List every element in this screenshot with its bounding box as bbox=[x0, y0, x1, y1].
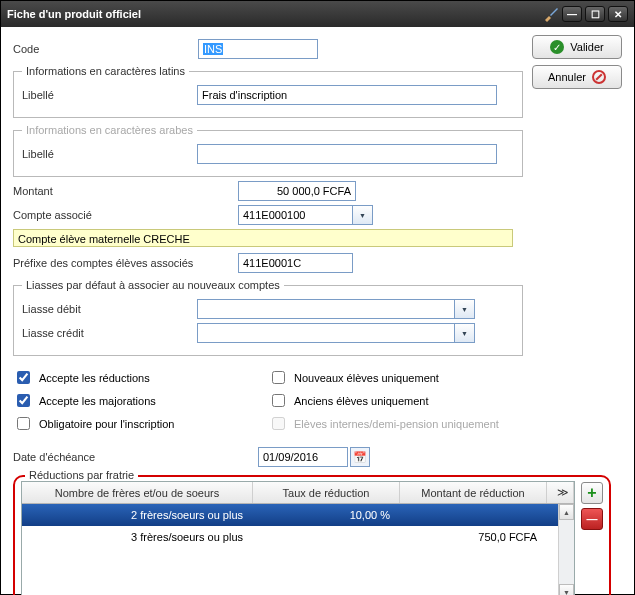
compte-label: Compte associé bbox=[13, 209, 238, 221]
scroll-track[interactable] bbox=[559, 520, 574, 584]
validate-button[interactable]: ✓ Valider bbox=[532, 35, 622, 59]
check-obligatoire-box[interactable] bbox=[17, 417, 30, 430]
check-majorations-label: Accepte les majorations bbox=[39, 395, 156, 407]
grid-side-buttons: + — bbox=[581, 481, 603, 595]
grid-header: Nombre de frères et/ou de soeurs Taux de… bbox=[22, 482, 574, 504]
validate-label: Valider bbox=[570, 41, 603, 53]
grid-col2[interactable]: Taux de réduction bbox=[253, 482, 400, 503]
liasse-debit-label: Liasse débit bbox=[22, 303, 197, 315]
grid-scrollbar[interactable]: ▲ ▼ bbox=[558, 504, 574, 595]
arab-legend: Informations en caractères arabes bbox=[22, 124, 197, 136]
check-majorations-box[interactable] bbox=[17, 394, 30, 407]
cell-label: 3 frères/soeurs ou plus bbox=[22, 526, 253, 548]
liasse-credit-input[interactable] bbox=[197, 323, 455, 343]
check-nouveaux[interactable]: Nouveaux élèves uniquement bbox=[268, 368, 523, 387]
form-area: Code INS Informations en caractères lati… bbox=[13, 39, 523, 467]
fratrie-frame: Réductions par fratrie Nombre de frères … bbox=[13, 475, 611, 595]
fratrie-grid: Nombre de frères et/ou de soeurs Taux de… bbox=[21, 481, 575, 595]
code-row: Code INS bbox=[13, 39, 523, 59]
grid-body: 2 frères/soeurs ou plus10,00 %3 frères/s… bbox=[22, 504, 558, 595]
check-obligatoire-label: Obligatoire pour l'inscription bbox=[39, 418, 174, 430]
montant-input[interactable] bbox=[238, 181, 356, 201]
scroll-up-button[interactable]: ▲ bbox=[559, 504, 574, 520]
cell-montant bbox=[400, 504, 547, 526]
add-row-button[interactable]: + bbox=[581, 482, 603, 504]
cancel-button[interactable]: Annuler bbox=[532, 65, 622, 89]
action-buttons: ✓ Valider Annuler bbox=[532, 35, 622, 95]
code-label: Code bbox=[13, 43, 198, 55]
code-input[interactable]: INS bbox=[198, 39, 318, 59]
liasses-legend: Liasses par défaut à associer au nouveau… bbox=[22, 279, 284, 291]
liasse-credit-dropdown-button[interactable]: ▼ bbox=[455, 323, 475, 343]
fratrie-title: Réductions par fratrie bbox=[25, 469, 138, 481]
cell-label: 2 frères/soeurs ou plus bbox=[22, 504, 253, 526]
maximize-button[interactable]: ☐ bbox=[585, 6, 605, 22]
liasse-credit-label: Liasse crédit bbox=[22, 327, 197, 339]
check-internes-box bbox=[272, 417, 285, 430]
scroll-down-button[interactable]: ▼ bbox=[559, 584, 574, 595]
libelle-ar-label: Libellé bbox=[22, 148, 197, 160]
close-button[interactable]: ✕ bbox=[608, 6, 628, 22]
grid-col1[interactable]: Nombre de frères et/ou de soeurs bbox=[22, 482, 253, 503]
check-nouveaux-label: Nouveaux élèves uniquement bbox=[294, 372, 439, 384]
check-internes: Elèves internes/demi-pension uniquement bbox=[268, 414, 523, 433]
grid-col3[interactable]: Montant de réduction bbox=[400, 482, 547, 503]
check-reductions-label: Accepte les réductions bbox=[39, 372, 150, 384]
check-obligatoire[interactable]: Obligatoire pour l'inscription bbox=[13, 414, 268, 433]
liasse-debit-input[interactable] bbox=[197, 299, 455, 319]
date-input[interactable] bbox=[258, 447, 348, 467]
check-reductions-box[interactable] bbox=[17, 371, 30, 384]
calendar-icon: 📅 bbox=[353, 451, 367, 464]
liasses-fieldset: Liasses par défaut à associer au nouveau… bbox=[13, 279, 523, 356]
check-reductions[interactable]: Accepte les réductions bbox=[13, 368, 268, 387]
cell-montant: 750,0 FCFA bbox=[400, 526, 547, 548]
prefix-label: Préfixe des comptes élèves associés bbox=[13, 257, 238, 269]
libelle-label: Libellé bbox=[22, 89, 197, 101]
brush-icon bbox=[543, 6, 559, 22]
minimize-button[interactable]: — bbox=[562, 6, 582, 22]
check-anciens[interactable]: Anciens élèves uniquement bbox=[268, 391, 523, 410]
window-title: Fiche d'un produit officiel bbox=[7, 8, 543, 20]
compte-description: Compte élève maternelle CRECHE bbox=[13, 229, 513, 247]
date-picker-button[interactable]: 📅 bbox=[350, 447, 370, 467]
prefix-input[interactable] bbox=[238, 253, 353, 273]
compte-dropdown-button[interactable]: ▼ bbox=[353, 205, 373, 225]
montant-label: Montant bbox=[13, 185, 238, 197]
check-icon: ✓ bbox=[550, 40, 564, 54]
date-row: Date d'échéance 📅 bbox=[13, 447, 523, 467]
cancel-icon bbox=[592, 70, 606, 84]
content-area: ✓ Valider Annuler Code INS Informations … bbox=[1, 27, 634, 595]
libelle-input[interactable] bbox=[197, 85, 497, 105]
grid-col-menu[interactable]: ≫ bbox=[547, 482, 574, 503]
table-row[interactable]: 2 frères/soeurs ou plus10,00 % bbox=[22, 504, 558, 526]
cancel-label: Annuler bbox=[548, 71, 586, 83]
compte-row: Compte associé ▼ bbox=[13, 205, 523, 225]
arab-fieldset: Informations en caractères arabes Libell… bbox=[13, 124, 523, 177]
check-majorations[interactable]: Accepte les majorations bbox=[13, 391, 268, 410]
check-nouveaux-box[interactable] bbox=[272, 371, 285, 384]
montant-row: Montant bbox=[13, 181, 523, 201]
libelle-ar-input bbox=[197, 144, 497, 164]
prefix-row: Préfixe des comptes élèves associés bbox=[13, 253, 523, 273]
table-row[interactable]: 3 frères/soeurs ou plus750,0 FCFA bbox=[22, 526, 558, 548]
check-anciens-label: Anciens élèves uniquement bbox=[294, 395, 429, 407]
date-label: Date d'échéance bbox=[13, 451, 258, 463]
check-internes-label: Elèves internes/demi-pension uniquement bbox=[294, 418, 499, 430]
liasse-debit-dropdown-button[interactable]: ▼ bbox=[455, 299, 475, 319]
latin-fieldset: Informations en caractères latins Libell… bbox=[13, 65, 523, 118]
delete-row-button[interactable]: — bbox=[581, 508, 603, 530]
check-anciens-box[interactable] bbox=[272, 394, 285, 407]
titlebar: Fiche d'un produit officiel — ☐ ✕ bbox=[1, 1, 634, 27]
compte-combo: ▼ bbox=[238, 205, 373, 225]
window: Fiche d'un produit officiel — ☐ ✕ ✓ Vali… bbox=[0, 0, 635, 595]
cell-taux: 10,00 % bbox=[253, 504, 400, 526]
cell-taux bbox=[253, 526, 400, 548]
checkboxes-area: Accepte les réductions Accepte les major… bbox=[13, 364, 523, 437]
latin-legend: Informations en caractères latins bbox=[22, 65, 189, 77]
compte-input[interactable] bbox=[238, 205, 353, 225]
